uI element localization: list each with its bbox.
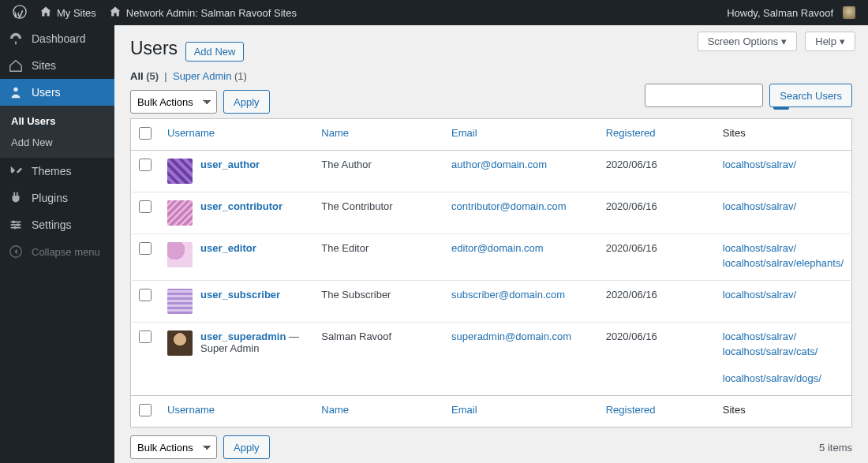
row-checkbox[interactable] bbox=[139, 289, 152, 301]
col-email[interactable]: Email bbox=[443, 396, 598, 428]
collapse-menu[interactable]: Collapse menu bbox=[0, 238, 114, 265]
screen-options-label: Screen Options bbox=[708, 35, 779, 47]
home-icon bbox=[39, 6, 52, 21]
email-link[interactable]: superadmin@domain.com bbox=[451, 330, 571, 342]
col-registered[interactable]: Registered bbox=[598, 119, 715, 151]
search-users-button[interactable]: Search Users bbox=[769, 84, 852, 107]
sidebar-subitem-all-users[interactable]: All Users bbox=[0, 110, 114, 132]
email-link[interactable]: subscriber@domain.com bbox=[451, 289, 565, 301]
home-icon bbox=[109, 6, 122, 21]
svg-point-7 bbox=[13, 226, 17, 230]
sites-cell: localhost/salrav/localhost/salrav/elepha… bbox=[715, 234, 852, 281]
username-link[interactable]: user_editor bbox=[200, 242, 256, 254]
wordpress-icon bbox=[13, 5, 27, 21]
row-checkbox[interactable] bbox=[139, 330, 152, 343]
network-admin-link[interactable]: Network Admin: Salman Ravoof Sites bbox=[103, 0, 303, 25]
site-link[interactable]: localhost/salrav/elephants/ bbox=[723, 257, 844, 269]
howdy-link[interactable]: Howdy, Salman Ravoof bbox=[720, 0, 862, 25]
sidebar-item-dashboard[interactable]: Dashboard bbox=[0, 25, 114, 52]
items-count-bottom: 5 items bbox=[819, 442, 852, 454]
svg-point-6 bbox=[17, 223, 20, 226]
site-link[interactable]: localhost/salrav/ bbox=[723, 330, 844, 342]
settings-icon bbox=[8, 218, 24, 232]
registered-cell: 2020/06/16 bbox=[598, 192, 715, 234]
search-input[interactable] bbox=[645, 84, 763, 107]
sidebar-subitem-add-new[interactable]: Add New bbox=[0, 132, 114, 153]
registered-cell: 2020/06/16 bbox=[598, 151, 715, 192]
sidebar-item-users[interactable]: Users bbox=[0, 79, 114, 106]
wp-logo[interactable] bbox=[6, 0, 33, 25]
sidebar-item-label: Plugins bbox=[32, 192, 68, 204]
row-checkbox[interactable] bbox=[139, 159, 152, 171]
site-link[interactable]: localhost/salrav/ bbox=[723, 159, 844, 170]
site-link[interactable]: localhost/salrav/cats/ bbox=[723, 345, 844, 357]
sidebar-item-label: Dashboard bbox=[32, 32, 86, 45]
sidebar-item-plugins[interactable]: Plugins bbox=[0, 185, 114, 211]
users-table: Username Name Email Registered Sites use… bbox=[130, 118, 852, 428]
col-name[interactable]: Name bbox=[313, 396, 443, 428]
select-all-checkbox-bottom[interactable] bbox=[139, 404, 152, 416]
sidebar-item-sites[interactable]: Sites bbox=[0, 52, 114, 79]
email-link[interactable]: author@domain.com bbox=[451, 159, 547, 170]
filter-all[interactable]: All (5) bbox=[130, 70, 159, 82]
col-name[interactable]: Name bbox=[313, 119, 443, 151]
screen-options-button[interactable]: Screen Options ▾ bbox=[698, 32, 798, 51]
name-cell: The Subscriber bbox=[313, 281, 443, 323]
col-sites: Sites bbox=[715, 396, 852, 428]
site-link[interactable]: localhost/salrav/dogs/ bbox=[723, 372, 844, 384]
col-username[interactable]: Username bbox=[159, 119, 313, 151]
help-label: Help bbox=[815, 35, 836, 47]
search-box: Search Users bbox=[645, 84, 852, 107]
users-icon bbox=[8, 85, 24, 99]
svg-point-5 bbox=[13, 221, 16, 224]
registered-cell: 2020/06/16 bbox=[598, 323, 715, 396]
row-checkbox[interactable] bbox=[139, 242, 152, 255]
sidebar-item-settings[interactable]: Settings bbox=[0, 211, 114, 238]
add-new-button[interactable]: Add New bbox=[185, 42, 245, 62]
username-link[interactable]: user_superadmin bbox=[200, 330, 286, 342]
admin-sidebar: Dashboard Sites Users All Users Add New … bbox=[0, 25, 114, 463]
avatar bbox=[167, 200, 193, 226]
collapse-label: Collapse menu bbox=[32, 246, 100, 258]
registered-cell: 2020/06/16 bbox=[598, 281, 715, 323]
col-registered[interactable]: Registered bbox=[598, 396, 715, 428]
avatar bbox=[167, 330, 193, 356]
plugins-icon bbox=[8, 191, 24, 205]
username-link[interactable]: user_contributor bbox=[200, 200, 282, 212]
my-sites-link[interactable]: My Sites bbox=[33, 0, 103, 25]
row-checkbox[interactable] bbox=[139, 200, 152, 213]
tablenav-bottom: Bulk Actions Apply 5 items bbox=[130, 435, 852, 459]
themes-icon bbox=[8, 164, 24, 178]
bulk-actions-select-bottom[interactable]: Bulk Actions bbox=[130, 435, 217, 459]
table-row: user_superadmin — Super AdminSalman Ravo… bbox=[131, 323, 852, 396]
chevron-down-icon: ▾ bbox=[840, 35, 845, 47]
site-link[interactable]: localhost/salrav/ bbox=[723, 289, 844, 301]
collapse-icon bbox=[8, 245, 24, 259]
filter-super-admin[interactable]: Super Admin (1) bbox=[173, 70, 247, 82]
sidebar-item-label: Users bbox=[32, 86, 61, 99]
howdy-label: Howdy, Salman Ravoof bbox=[727, 7, 833, 19]
site-link[interactable]: localhost/salrav/ bbox=[723, 200, 844, 212]
email-link[interactable]: contributor@domain.com bbox=[451, 200, 566, 212]
avatar bbox=[167, 242, 193, 267]
sidebar-item-label: Themes bbox=[32, 165, 72, 177]
dashboard-icon bbox=[8, 32, 24, 46]
col-username[interactable]: Username bbox=[159, 396, 313, 428]
username-link[interactable]: user_author bbox=[200, 159, 260, 170]
bulk-actions-select[interactable]: Bulk Actions bbox=[130, 90, 217, 114]
name-cell: The Author bbox=[313, 151, 443, 192]
apply-button[interactable]: Apply bbox=[223, 90, 270, 114]
email-link[interactable]: editor@domain.com bbox=[451, 242, 544, 254]
username-link[interactable]: user_subscriber bbox=[200, 289, 280, 301]
col-email[interactable]: Email bbox=[443, 119, 598, 151]
select-all-checkbox[interactable] bbox=[139, 127, 152, 140]
apply-button-bottom[interactable]: Apply bbox=[223, 435, 270, 459]
help-button[interactable]: Help ▾ bbox=[805, 32, 855, 51]
site-link[interactable]: localhost/salrav/ bbox=[723, 242, 844, 254]
chevron-down-icon: ▾ bbox=[781, 35, 787, 47]
sidebar-item-label: Sites bbox=[32, 59, 56, 72]
table-row: user_contributorThe Contributorcontribut… bbox=[131, 192, 852, 234]
sidebar-item-themes[interactable]: Themes bbox=[0, 158, 114, 185]
table-row: user_subscriberThe Subscribersubscriber@… bbox=[131, 281, 852, 323]
content-area: Screen Options ▾ Help ▾ Users Add New Al… bbox=[114, 25, 868, 463]
